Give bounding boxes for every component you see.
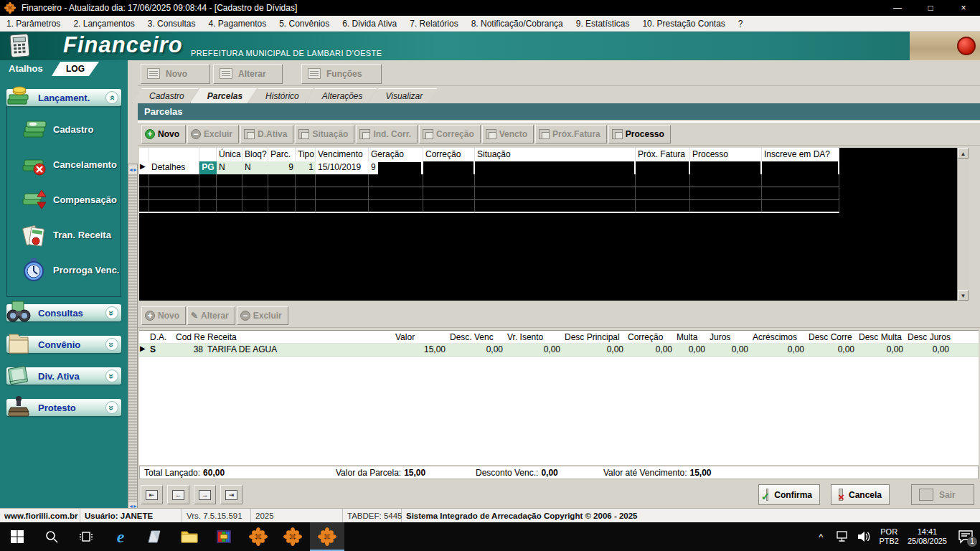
sidebar-item-cancelamento[interactable]: Cancelamento — [7, 147, 121, 182]
cancela-button[interactable]: ×Cancela — [831, 484, 890, 505]
sidebar-item-prorroga-venc[interactable]: Prorroga Venc. — [7, 253, 121, 288]
menu-lancamentos[interactable]: 2. Lançamentos — [67, 17, 141, 30]
sidebar-group-lancamento[interactable]: Lançament. » — [6, 89, 121, 106]
col-geracao[interactable]: Geração — [369, 148, 423, 161]
menu-pagamentos[interactable]: 4. Pagamentos — [202, 17, 273, 30]
clock[interactable]: 14:4125/08/2025 — [908, 527, 947, 546]
col-desc-juros[interactable]: Desc Juros — [905, 331, 951, 343]
parcela-vencto-button[interactable]: Vencto — [482, 125, 534, 143]
menu-relatorios[interactable]: 7. Relatórios — [403, 17, 464, 30]
volume-icon[interactable] — [853, 522, 875, 551]
col-tipo[interactable]: Tipo — [296, 148, 316, 161]
task-view-button[interactable] — [69, 522, 103, 551]
menu-help[interactable]: ? — [732, 17, 750, 30]
scroll-up-icon[interactable]: ▲ — [958, 148, 969, 159]
col-situacao[interactable]: Situação — [475, 148, 636, 161]
col-prox-fatura[interactable]: Próx. Fatura — [636, 148, 690, 161]
menu-notificacao[interactable]: 8. Notificação/Cobrança — [465, 17, 570, 30]
language-indicator[interactable]: PORPTB2 — [879, 527, 899, 546]
novo-record-button[interactable]: Novo — [141, 64, 210, 84]
menu-convenios[interactable]: 5. Convênios — [273, 17, 336, 30]
maximize-button[interactable]: □ — [914, 0, 947, 16]
col-desc-venc[interactable]: Desc. Venc — [448, 331, 505, 343]
next-record-button[interactable]: → — [194, 485, 216, 504]
sidebar-item-cadastro[interactable]: Cadastro — [7, 112, 121, 147]
start-button[interactable] — [0, 522, 34, 551]
sidebar-group-convenio[interactable]: Convênio » — [6, 336, 121, 353]
receita-novo-button[interactable]: +Novo — [141, 306, 186, 325]
col-correcao[interactable]: Correção — [423, 148, 475, 161]
receita-alterar-button[interactable]: ✎Alterar — [187, 306, 235, 325]
tab-visualizar[interactable]: Visualizar — [368, 88, 437, 103]
parcela-processo-button[interactable]: Processo — [608, 125, 671, 143]
file-explorer-button[interactable] — [172, 522, 207, 551]
vertical-scrollbar[interactable]: ▲ ▼ — [957, 148, 969, 301]
menu-prestacao[interactable]: 10. Prestação Contas — [636, 17, 731, 30]
col-valor[interactable]: Valor — [393, 331, 448, 343]
close-button[interactable]: × — [947, 0, 980, 16]
sidebar-group-consultas[interactable]: Consultas » — [6, 304, 121, 321]
parcela-ind-corr-button[interactable]: Ind. Corr. — [356, 125, 418, 143]
parcela-dativa-button[interactable]: D.Ativa — [240, 125, 293, 143]
parcela-prox-fatura-button[interactable]: Próx.Fatura — [535, 125, 607, 143]
notepad-app-button[interactable] — [138, 522, 172, 551]
col-processo[interactable]: Processo — [690, 148, 762, 161]
col-parc[interactable]: Parc. — [268, 148, 296, 161]
hidden-icons-chevron[interactable]: ^ — [810, 522, 831, 551]
search-button[interactable] — [34, 522, 69, 551]
col-bloq[interactable]: Bloq? — [242, 148, 268, 161]
menu-consultas[interactable]: 3. Consultas — [141, 17, 202, 30]
parcela-excluir-button[interactable]: −Excluir — [187, 125, 239, 143]
col-correcao2[interactable]: Correção — [626, 331, 674, 343]
scroll-down-icon[interactable]: ▼ — [958, 290, 969, 301]
col-desc-multa[interactable]: Desc Multa — [857, 331, 905, 343]
status-url[interactable]: www.fiorilli.com.br — [0, 509, 80, 523]
winrar-app-button[interactable] — [207, 522, 241, 551]
col-desc-corre[interactable]: Desc Corre — [806, 331, 857, 343]
tab-historico[interactable]: Histórico — [248, 88, 314, 103]
sidebar-item-tran-receita[interactable]: Tran. Receita — [7, 217, 121, 253]
col-juros[interactable]: Juros — [707, 331, 750, 343]
parcela-situacao-button[interactable]: Situação — [295, 125, 354, 143]
sidebar-splitter[interactable]: ◄► ◄► — [128, 164, 138, 513]
col-vencimento[interactable]: Vencimento — [316, 148, 369, 161]
col-cod-rec[interactable]: Cod Rec — [174, 331, 205, 343]
col-multa[interactable]: Multa — [674, 331, 707, 343]
last-record-button[interactable]: ⇥ — [220, 485, 242, 504]
funcoes-button[interactable]: Funções — [301, 64, 382, 84]
sidebar-tab-atalhos[interactable]: Atalhos — [9, 63, 43, 74]
menu-divida-ativa[interactable]: 6. Divida Ativa — [336, 17, 403, 30]
sair-button[interactable]: Sair — [911, 484, 974, 505]
col-acrescimos[interactable]: Acréscimos — [750, 331, 806, 343]
sidebar-tab-log[interactable]: LOG — [52, 62, 99, 76]
alterar-record-button[interactable]: Alterar — [213, 64, 283, 84]
power-button[interactable] — [957, 37, 976, 55]
fiorilli-app-button[interactable] — [241, 522, 275, 551]
expand-chevron-icon[interactable]: » — [105, 369, 118, 382]
tab-alteracoes[interactable]: Alterações — [305, 88, 377, 103]
sidebar-item-compensacao[interactable]: Compensação — [7, 182, 121, 217]
first-record-button[interactable]: ⇤ — [141, 485, 163, 504]
parcela-novo-button[interactable]: +Novo — [141, 125, 186, 143]
parcela-correcao-button[interactable]: Correção — [419, 125, 481, 143]
expand-chevron-icon[interactable]: » — [105, 338, 118, 351]
menu-parametros[interactable]: 1. Parâmetros — [0, 17, 67, 30]
notification-center-icon[interactable]: 1 — [951, 522, 980, 551]
col-unica[interactable]: Única — [217, 148, 242, 161]
receita-row[interactable]: ▶ S 38 TARIFA DE AGUA 15,00 0,00 0,00 0,… — [139, 344, 979, 357]
network-icon[interactable] — [831, 522, 853, 551]
col-da[interactable]: D.A. — [148, 331, 174, 343]
splitter-arrows-icon[interactable]: ◄► — [128, 166, 137, 174]
prev-record-button[interactable]: ← — [167, 485, 189, 504]
internet-explorer-button[interactable]: e — [103, 522, 138, 551]
detalhes-button[interactable]: Detalhes — [149, 161, 199, 174]
fiorilli-app-button-active[interactable] — [310, 522, 344, 551]
fiorilli-app-button[interactable] — [275, 522, 310, 551]
col-receita[interactable]: Receita — [205, 331, 393, 343]
tab-cadastro[interactable]: Cadastro — [132, 88, 199, 103]
parcela-row[interactable]: ▶ Detalhes PG N N 9 1 15/10/2019 9 — [139, 161, 957, 174]
menu-estatisticas[interactable]: 9. Estatísticas — [570, 17, 636, 30]
expand-chevron-icon[interactable]: » — [105, 306, 118, 319]
col-inscreve-da[interactable]: Inscreve em DA? — [762, 148, 839, 161]
minimize-button[interactable]: — — [881, 0, 914, 16]
